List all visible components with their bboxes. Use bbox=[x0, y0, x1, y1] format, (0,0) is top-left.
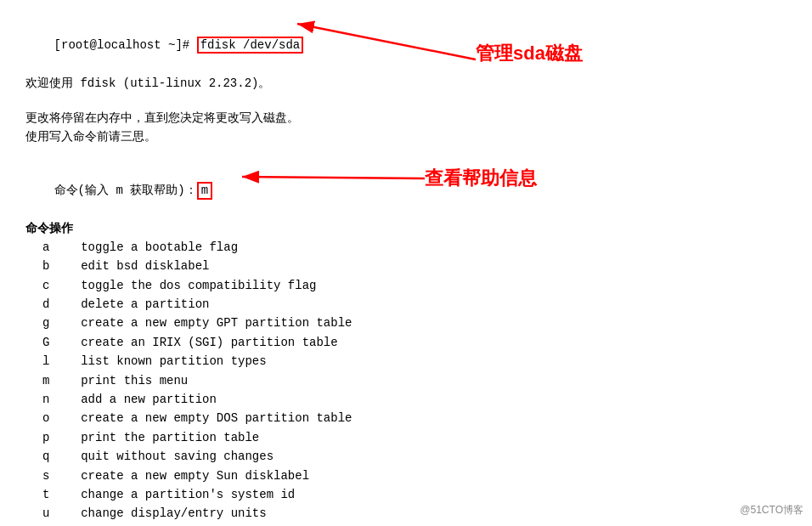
cmd-description: add a new partition bbox=[81, 393, 217, 406]
shell-prompt: [root@localhost ~]# bbox=[54, 38, 197, 52]
welcome-line: 欢迎使用 fdisk (util-linux 2.23.2)。 bbox=[25, 74, 787, 93]
cmd-ops-header: 命令操作 bbox=[25, 219, 787, 238]
blank-line-1 bbox=[25, 93, 787, 109]
fdisk-command: fdisk /dev/sda bbox=[197, 37, 304, 54]
list-item: u change display/entry units bbox=[25, 504, 787, 523]
list-item: o create a new empty DOS partition table bbox=[25, 409, 787, 427]
list-item: c toggle the dos compatibility flag bbox=[25, 276, 787, 295]
cmd-letter: n bbox=[42, 390, 59, 409]
cmd-description: create an IRIX (SGI) partition table bbox=[81, 336, 337, 349]
prompt-line: [root@localhost ~]# fdisk /dev/sda bbox=[25, 17, 787, 74]
cmd-input-m: m bbox=[197, 182, 212, 200]
cmd-description: print this menu bbox=[81, 374, 188, 387]
cmd-description: quit without saving changes bbox=[81, 450, 273, 463]
cmd-description: edit bsd disklabel bbox=[81, 259, 209, 273]
list-item: p print the partition table bbox=[25, 428, 787, 447]
cmd-letter: q bbox=[42, 447, 59, 466]
list-item: l list known partition types bbox=[25, 352, 787, 370]
cmd-description: toggle a bootable flag bbox=[81, 240, 238, 254]
cmd-description: change display/entry units bbox=[81, 506, 266, 520]
cmd-letter: m bbox=[42, 371, 59, 390]
terminal-window: [root@localhost ~]# fdisk /dev/sda 欢迎使用 … bbox=[0, 0, 812, 526]
command-list: a toggle a bootable flagb edit bsd diskl… bbox=[25, 238, 787, 526]
list-item: s create a new empty Sun disklabel bbox=[25, 467, 787, 485]
cmd-letter: l bbox=[42, 352, 59, 370]
cmd-description: create a new empty DOS partition table bbox=[81, 411, 352, 425]
list-item: m print this menu bbox=[25, 371, 787, 390]
cmd-description: create a new empty Sun disklabel bbox=[81, 469, 309, 483]
annotation-manage-disk: 管理sda磁盘 bbox=[476, 41, 583, 66]
watermark: @51CTO博客 bbox=[740, 503, 804, 518]
list-item: g create a new empty GPT partition table bbox=[25, 314, 787, 332]
cmd-description: list known partition types bbox=[81, 354, 266, 368]
list-item: a toggle a bootable flag bbox=[25, 238, 787, 257]
command-prompt-line: 命令(输入 m 获取帮助)：m bbox=[25, 161, 787, 218]
list-item: b edit bsd disklabel bbox=[25, 257, 787, 275]
cmd-letter: u bbox=[42, 504, 59, 523]
cmd-letter: s bbox=[42, 467, 59, 485]
cmd-description: print the partition table bbox=[81, 431, 259, 444]
cmd-letter: b bbox=[42, 257, 59, 275]
cmd-letter: a bbox=[42, 238, 59, 257]
cmd-letter: o bbox=[42, 409, 59, 427]
list-item: d delete a partition bbox=[25, 295, 787, 314]
cmd-letter: G bbox=[42, 333, 59, 352]
cmd-description: delete a partition bbox=[81, 297, 209, 311]
warning-line1: 更改将停留在内存中，直到您决定将更改写入磁盘。 bbox=[25, 109, 787, 127]
cmd-letter: g bbox=[42, 314, 59, 332]
cmd-letter: c bbox=[42, 276, 59, 295]
list-item: t change a partition's system id bbox=[25, 485, 787, 504]
warning-line2: 使用写入命令前请三思。 bbox=[25, 127, 787, 146]
list-item: q quit without saving changes bbox=[25, 447, 787, 466]
cmd-letter: p bbox=[42, 428, 59, 447]
list-item: G create an IRIX (SGI) partition table bbox=[25, 333, 787, 352]
cmd-description: toggle the dos compatibility flag bbox=[81, 279, 316, 292]
cmd-description: change a partition's system id bbox=[81, 488, 295, 501]
cmd-letter: t bbox=[42, 485, 59, 504]
blank-line-2 bbox=[25, 146, 787, 161]
cmd-letter: d bbox=[42, 295, 59, 314]
cmd-prompt-text: 命令(输入 m 获取帮助)： bbox=[54, 184, 197, 197]
list-item: n add a new partition bbox=[25, 390, 787, 409]
annotation-help-info: 查看帮助信息 bbox=[425, 166, 537, 191]
cmd-description: create a new empty GPT partition table bbox=[81, 316, 352, 330]
